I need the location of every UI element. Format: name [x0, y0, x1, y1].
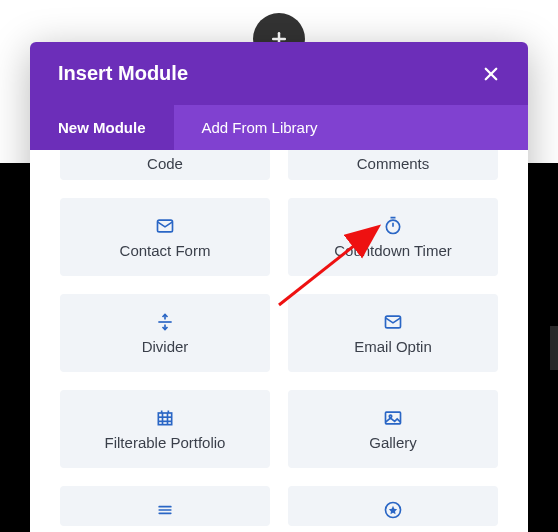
right-edge-indicator: [550, 326, 558, 370]
menu-icon: [155, 500, 175, 520]
module-label: Divider: [142, 338, 189, 355]
star-circle-icon: [383, 500, 403, 520]
module-label: Countdown Timer: [334, 242, 452, 259]
envelope-icon: [383, 312, 403, 332]
divider-icon: [155, 312, 175, 332]
module-email-optin[interactable]: Email Optin: [288, 294, 498, 372]
module-code[interactable]: Code: [60, 150, 270, 180]
module-contact-form[interactable]: Contact Form: [60, 198, 270, 276]
tabs: New Module Add From Library: [30, 105, 528, 150]
module-countdown-timer[interactable]: Countdown Timer: [288, 198, 498, 276]
tab-new-module[interactable]: New Module: [30, 105, 174, 150]
module-label: Email Optin: [354, 338, 432, 355]
svg-marker-25: [389, 506, 397, 514]
timer-icon: [383, 216, 403, 236]
modal-header: Insert Module: [30, 42, 528, 105]
svg-rect-12: [158, 413, 171, 425]
insert-module-modal: Insert Module New Module Add From Librar…: [30, 42, 528, 532]
module-label: Filterable Portfolio: [105, 434, 226, 451]
envelope-icon: [155, 216, 175, 236]
tab-add-from-library[interactable]: Add From Library: [174, 105, 346, 150]
module-filterable-portfolio[interactable]: Filterable Portfolio: [60, 390, 270, 468]
module-label: Gallery: [369, 434, 417, 451]
module-comments[interactable]: Comments: [288, 150, 498, 180]
module-gallery[interactable]: Gallery: [288, 390, 498, 468]
module-label: Comments: [357, 155, 430, 172]
module-next-right[interactable]: [288, 486, 498, 526]
grid-icon: [155, 408, 175, 428]
module-label: Code: [147, 155, 183, 172]
image-icon: [383, 408, 403, 428]
module-label: Contact Form: [120, 242, 211, 259]
module-divider[interactable]: Divider: [60, 294, 270, 372]
module-next-left[interactable]: [60, 486, 270, 526]
svg-point-5: [386, 220, 399, 233]
svg-rect-19: [386, 412, 401, 424]
close-icon[interactable]: [482, 65, 500, 83]
modal-title: Insert Module: [58, 62, 188, 85]
